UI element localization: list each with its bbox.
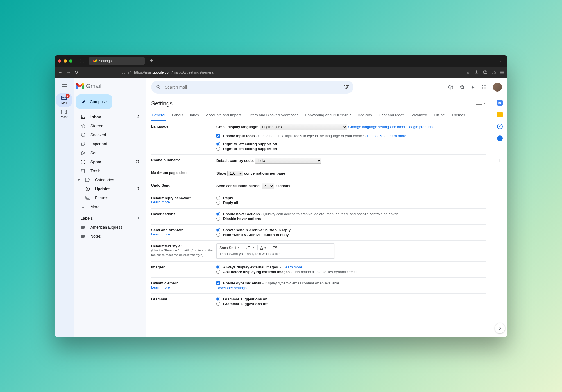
learn-more-link[interactable]: Learn more: [284, 265, 302, 269]
grammar-off-radio[interactable]: [216, 302, 220, 306]
country-code-select[interactable]: India: [255, 158, 321, 164]
hover-enable-radio[interactable]: [216, 212, 220, 216]
nav-starred[interactable]: Starred: [74, 121, 146, 130]
search-filters-icon[interactable]: [342, 82, 351, 92]
svg-point-20: [345, 85, 346, 86]
learn-more-link[interactable]: Learn more: [151, 285, 170, 289]
nav-forums[interactable]: Forums: [74, 193, 146, 202]
undo-period-select[interactable]: 5: [262, 183, 274, 189]
show-send-archive-radio[interactable]: [216, 228, 220, 232]
tabs-dropdown-icon[interactable]: ⌄: [500, 59, 504, 63]
grammar-on-radio[interactable]: [216, 297, 220, 301]
apps-icon[interactable]: [482, 85, 488, 90]
developer-settings-link[interactable]: Developer settings: [216, 286, 247, 290]
reply-all-radio[interactable]: [216, 201, 220, 205]
download-icon[interactable]: [474, 70, 479, 74]
reply-radio[interactable]: [216, 196, 220, 200]
account-avatar[interactable]: [493, 83, 502, 92]
language-select[interactable]: English (US): [260, 124, 347, 130]
images-ask-radio[interactable]: [216, 270, 220, 274]
get-addons-icon[interactable]: +: [498, 157, 502, 164]
svg-text:т: т: [246, 247, 247, 250]
rtl-off-radio[interactable]: [216, 142, 220, 146]
tab-labels[interactable]: Labels: [171, 110, 184, 121]
font-family-picker[interactable]: Sans Serif▼: [219, 246, 240, 250]
search-icon[interactable]: [156, 84, 161, 90]
search-input[interactable]: [165, 85, 338, 89]
tab-advanced[interactable]: Advanced: [410, 110, 428, 121]
browser-window: Settings + ⌄ ← → ⟳ https://mail.google.c…: [55, 55, 507, 337]
gmail-brand[interactable]: Gmail: [74, 81, 146, 93]
forward-button[interactable]: →: [66, 70, 71, 75]
font-size-picker[interactable]: тT▼: [246, 246, 255, 250]
contacts-app-icon[interactable]: [497, 135, 503, 141]
tab-general[interactable]: General: [151, 110, 166, 121]
images-always-radio[interactable]: [216, 265, 220, 269]
font-color-picker[interactable]: A▼: [260, 246, 267, 250]
add-label-icon[interactable]: +: [137, 215, 140, 221]
browser-tab-active[interactable]: Settings: [89, 57, 145, 65]
label-item[interactable]: Notes: [74, 232, 146, 241]
account-icon[interactable]: [483, 70, 487, 74]
tab-filters[interactable]: Filters and Blocked Addresses: [247, 110, 299, 121]
compose-button[interactable]: Compose: [76, 94, 112, 109]
search-box[interactable]: [151, 81, 353, 94]
nav-snoozed[interactable]: Snoozed: [74, 130, 146, 139]
help-icon[interactable]: [448, 84, 455, 90]
nav-updates[interactable]: Updates 7: [74, 184, 146, 193]
nav-trash[interactable]: Trash: [74, 166, 146, 175]
sparkle-icon[interactable]: [470, 85, 477, 90]
shield-icon[interactable]: [122, 71, 125, 74]
minimize-window-button[interactable]: [64, 59, 67, 63]
svg-point-28: [482, 87, 483, 88]
bookmark-icon[interactable]: ☆: [466, 70, 470, 75]
text-toolbar: Sans Serif▼ тT▼ A▼ T: [219, 245, 331, 252]
new-tab-button[interactable]: +: [148, 58, 155, 64]
learn-more-link[interactable]: Learn more: [151, 232, 170, 236]
rail-meet[interactable]: Meet: [56, 108, 72, 121]
sidebar-toggle-icon[interactable]: [80, 59, 84, 63]
tab-accounts[interactable]: Accounts and Import: [205, 110, 241, 121]
main-menu-icon[interactable]: [62, 83, 67, 87]
tab-chat[interactable]: Chat and Meet: [378, 110, 404, 121]
enable-input-tools-checkbox[interactable]: [216, 134, 220, 138]
tab-offline[interactable]: Offline: [433, 110, 445, 121]
tab-themes[interactable]: Themes: [451, 110, 466, 121]
hide-send-archive-radio[interactable]: [216, 233, 220, 237]
url-field[interactable]: https://mail.google.com/mail/u/0/#settin…: [82, 70, 462, 74]
change-language-link[interactable]: Change language settings for other Googl…: [348, 125, 433, 129]
lock-icon[interactable]: [128, 71, 131, 74]
maximize-window-button[interactable]: [69, 59, 72, 63]
reload-button[interactable]: ⟳: [75, 70, 78, 75]
learn-more-link[interactable]: Learn more: [387, 134, 406, 138]
page-size-select[interactable]: 100: [227, 171, 243, 176]
app-menu-icon[interactable]: [500, 71, 504, 74]
dynamic-email-checkbox[interactable]: [216, 281, 220, 285]
remove-formatting-button[interactable]: T: [272, 246, 277, 250]
rail-mail[interactable]: 8 Mail: [56, 93, 72, 107]
settings-icon[interactable]: [459, 84, 466, 90]
density-picker[interactable]: ▼: [476, 102, 486, 105]
nav-sent[interactable]: Sent: [74, 148, 146, 157]
svg-point-27: [485, 85, 486, 86]
label-item[interactable]: American Express: [74, 223, 146, 232]
back-button[interactable]: ←: [58, 70, 62, 75]
hover-disable-radio[interactable]: [216, 217, 220, 221]
calendar-app-icon[interactable]: [497, 100, 503, 106]
tasks-app-icon[interactable]: ✓: [497, 124, 503, 129]
edit-tools-link[interactable]: Edit tools: [367, 134, 382, 138]
tab-addons[interactable]: Add-ons: [357, 110, 372, 121]
tab-inbox[interactable]: Inbox: [189, 110, 200, 121]
tab-forwarding[interactable]: Forwarding and POP/IMAP: [305, 110, 352, 121]
rtl-on-radio[interactable]: [216, 147, 220, 151]
nav-spam[interactable]: Spam 37: [74, 157, 146, 166]
nav-more[interactable]: ⌄ More: [74, 202, 146, 211]
collapse-panel-button[interactable]: [495, 323, 505, 333]
nav-important[interactable]: Important: [74, 139, 146, 148]
nav-inbox[interactable]: Inbox 8: [74, 112, 146, 121]
extensions-icon[interactable]: [492, 71, 496, 74]
close-window-button[interactable]: [58, 59, 61, 63]
learn-more-link[interactable]: Learn more: [151, 200, 170, 204]
nav-categories[interactable]: ▾ Categories: [74, 175, 146, 184]
keep-app-icon[interactable]: [497, 112, 503, 117]
